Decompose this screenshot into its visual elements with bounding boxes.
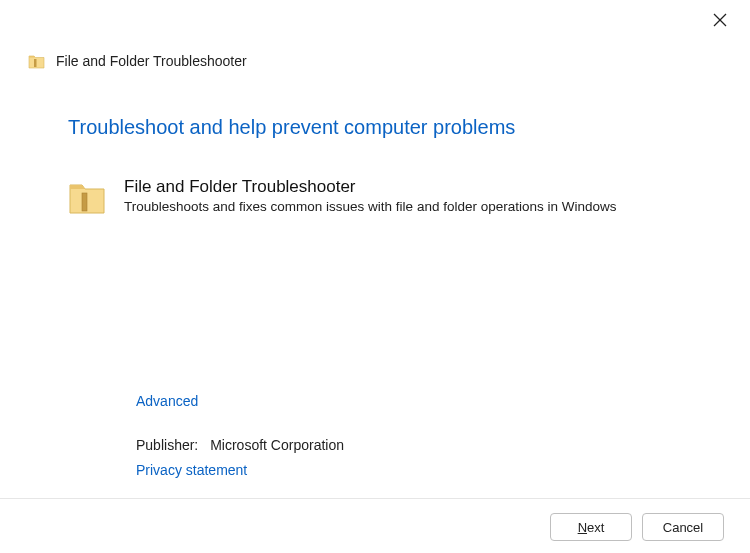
next-label-suffix: ext bbox=[587, 520, 604, 535]
svg-rect-2 bbox=[34, 59, 37, 67]
publisher-name: Microsoft Corporation bbox=[210, 437, 344, 453]
footer-wrap: Next Cancel bbox=[0, 498, 750, 553]
privacy-link[interactable]: Privacy statement bbox=[136, 462, 247, 478]
troubleshooter-section: File and Folder Troubleshooter Troublesh… bbox=[68, 177, 682, 217]
window-title: File and Folder Troubleshooter bbox=[56, 53, 247, 69]
troubleshooter-window: File and Folder Troubleshooter Troublesh… bbox=[0, 0, 750, 553]
advanced-link[interactable]: Advanced bbox=[136, 393, 198, 409]
publisher-label: Publisher: bbox=[136, 437, 198, 453]
section-description: Troubleshoots and fixes common issues wi… bbox=[124, 199, 617, 214]
close-button[interactable] bbox=[708, 10, 732, 34]
section-title: File and Folder Troubleshooter bbox=[124, 177, 617, 197]
content-area: Troubleshoot and help prevent computer p… bbox=[68, 116, 682, 498]
close-icon bbox=[713, 13, 727, 31]
next-accelerator: N bbox=[578, 520, 587, 535]
troubleshooter-text: File and Folder Troubleshooter Troublesh… bbox=[124, 177, 617, 214]
folder-large-icon bbox=[68, 177, 108, 217]
next-button[interactable]: Next bbox=[550, 513, 632, 541]
lower-links: Advanced Publisher: Microsoft Corporatio… bbox=[136, 392, 614, 498]
content-body: Troubleshoot and help prevent computer p… bbox=[0, 74, 750, 498]
window-header: File and Folder Troubleshooter bbox=[0, 0, 750, 74]
svg-rect-3 bbox=[82, 193, 87, 211]
folder-troubleshooter-icon bbox=[28, 52, 46, 70]
cancel-button[interactable]: Cancel bbox=[642, 513, 724, 541]
publisher-row: Publisher: Microsoft Corporation bbox=[136, 437, 614, 453]
footer: Next Cancel bbox=[0, 499, 750, 553]
page-heading: Troubleshoot and help prevent computer p… bbox=[68, 116, 682, 139]
